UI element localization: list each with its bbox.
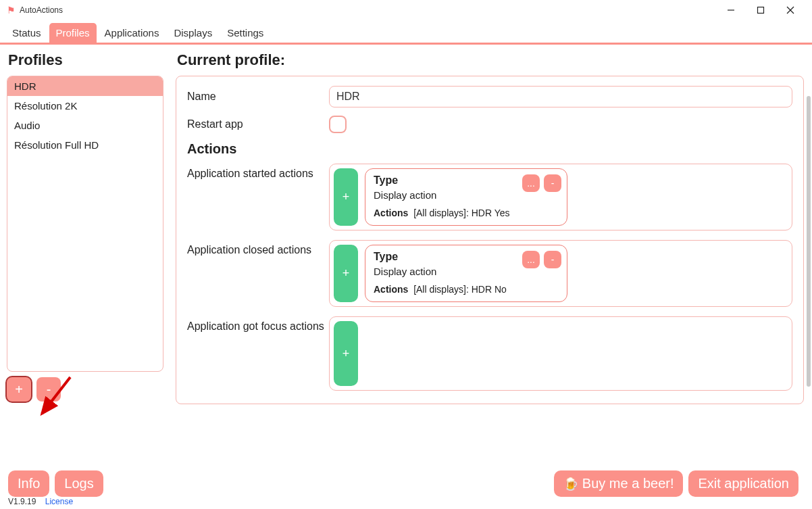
app-flag-icon: ⚑ [7, 5, 16, 16]
profile-card: Name Restart app Actions Application sta… [176, 76, 804, 404]
add-profile-button[interactable]: + [7, 377, 31, 402]
action-actions-value: [All displays]: HDR Yes [413, 208, 509, 218]
info-button[interactable]: Info [8, 470, 49, 497]
action-more-button[interactable]: ... [522, 174, 540, 192]
tab-displays[interactable]: Displays [167, 23, 219, 43]
tab-applications[interactable]: Applications [98, 23, 166, 43]
version-row: V1.9.19 License [8, 497, 73, 506]
action-group-closed: Application closed actions + ... - Type … [187, 240, 792, 307]
profile-item[interactable]: Résolution Full HD [7, 135, 163, 155]
tab-profiles[interactable]: Profiles [49, 23, 97, 43]
action-remove-button[interactable]: - [544, 174, 561, 192]
buy-beer-button[interactable]: 🍺Buy me a beer! [554, 470, 684, 497]
license-link[interactable]: License [45, 497, 73, 506]
footer: Info Logs 🍺Buy me a beer! Exit applicati… [0, 466, 812, 509]
action-group-focus: Application got focus actions + [187, 316, 792, 391]
logs-button[interactable]: Logs [55, 470, 103, 497]
beer-icon: 🍺 [563, 477, 578, 491]
name-label: Name [187, 91, 329, 103]
tab-bar: Status Profiles Applications Displays Se… [0, 20, 812, 45]
window-minimize-button[interactable] [716, 1, 746, 20]
action-actions-value: [All displays]: HDR No [413, 284, 507, 295]
action-item[interactable]: ... - Type Display action Actions [All d… [365, 168, 567, 226]
action-group-label: Application closed actions [187, 240, 329, 307]
window-title: AutoActions [20, 5, 63, 15]
profile-item[interactable]: HDR [7, 76, 163, 96]
current-profile-panel: Current profile: Name Restart app Action… [168, 45, 812, 408]
window-close-button[interactable] [776, 1, 805, 20]
scrollbar[interactable] [807, 96, 811, 387]
version-text: V1.9.19 [8, 497, 36, 506]
buy-beer-label: Buy me a beer! [582, 476, 674, 491]
restart-label: Restart app [187, 118, 329, 130]
action-more-button[interactable]: ... [522, 251, 540, 268]
tab-status[interactable]: Status [5, 23, 48, 43]
tab-settings[interactable]: Settings [220, 23, 270, 43]
current-profile-heading: Current profile: [177, 51, 804, 69]
profile-item[interactable]: Résolution 2K [7, 96, 163, 116]
action-actions-label: Actions [374, 284, 408, 295]
profiles-heading: Profiles [8, 51, 168, 69]
title-bar: ⚑ AutoActions [0, 0, 812, 20]
add-action-button[interactable]: + [334, 245, 358, 302]
actions-heading: Actions [187, 141, 792, 157]
profile-item[interactable]: Audio [7, 116, 163, 135]
restart-checkbox[interactable] [329, 116, 347, 133]
name-input[interactable] [329, 86, 792, 107]
window-maximize-button[interactable] [746, 1, 776, 20]
add-action-button[interactable]: + [334, 168, 358, 226]
remove-profile-button[interactable]: - [36, 377, 61, 402]
profiles-panel: Profiles HDR Résolution 2K Audio Résolut… [0, 45, 168, 408]
action-group-label: Application started actions [187, 164, 329, 231]
svg-rect-1 [758, 7, 764, 14]
action-actions-label: Actions [374, 208, 408, 218]
exit-button[interactable]: Exit application [688, 470, 798, 497]
add-action-button[interactable]: + [334, 321, 358, 386]
action-group-started: Application started actions + ... - Type… [187, 164, 792, 231]
action-item[interactable]: ... - Type Display action Actions [All d… [365, 245, 567, 302]
action-remove-button[interactable]: - [544, 251, 561, 268]
profiles-list[interactable]: HDR Résolution 2K Audio Résolution Full … [7, 76, 163, 372]
action-group-label: Application got focus actions [187, 316, 329, 391]
